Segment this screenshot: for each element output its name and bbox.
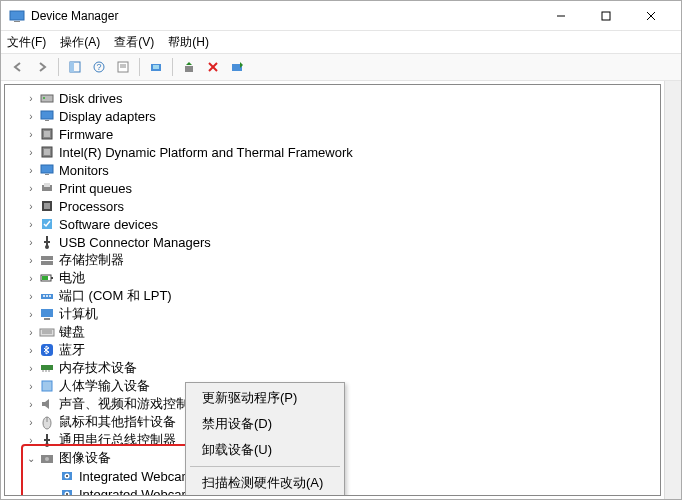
tree-item-label: 通用串行总线控制器 bbox=[59, 431, 176, 449]
expand-icon[interactable]: › bbox=[25, 290, 37, 302]
scan-button[interactable] bbox=[145, 56, 167, 78]
titlebar: Device Manager bbox=[1, 1, 681, 31]
expand-icon[interactable]: › bbox=[25, 380, 37, 392]
webcam-icon bbox=[59, 486, 75, 496]
close-button[interactable] bbox=[628, 2, 673, 30]
expand-icon[interactable]: › bbox=[25, 308, 37, 320]
tree-item[interactable]: ›Firmware bbox=[5, 125, 660, 143]
show-hide-button[interactable] bbox=[64, 56, 86, 78]
app-icon bbox=[9, 8, 25, 24]
tree-item[interactable]: ›电池 bbox=[5, 269, 660, 287]
svg-rect-30 bbox=[44, 183, 50, 187]
svg-point-42 bbox=[46, 295, 48, 297]
window-title: Device Manager bbox=[31, 9, 538, 23]
context-menu-item[interactable]: 卸载设备(U) bbox=[188, 437, 342, 463]
expand-icon[interactable]: › bbox=[25, 344, 37, 356]
expand-icon[interactable]: › bbox=[25, 254, 37, 266]
tree-item[interactable]: ›Print queues bbox=[5, 179, 660, 197]
expand-icon[interactable]: › bbox=[25, 398, 37, 410]
tree-item[interactable]: ›Monitors bbox=[5, 161, 660, 179]
maximize-button[interactable] bbox=[583, 2, 628, 30]
expand-icon[interactable]: › bbox=[25, 92, 37, 104]
collapse-icon[interactable]: ⌄ bbox=[25, 452, 37, 464]
menu-help[interactable]: 帮助(H) bbox=[168, 34, 209, 51]
expand-icon[interactable]: › bbox=[25, 416, 37, 428]
tree-item[interactable]: ›蓝牙 bbox=[5, 341, 660, 359]
update-driver-button[interactable] bbox=[178, 56, 200, 78]
tree-item[interactable]: ›Disk drives bbox=[5, 89, 660, 107]
expand-icon[interactable]: › bbox=[25, 326, 37, 338]
properties-button[interactable] bbox=[112, 56, 134, 78]
computer-icon bbox=[39, 306, 55, 322]
hid-icon bbox=[39, 378, 55, 394]
tree-item-label: 蓝牙 bbox=[59, 341, 85, 359]
tree-item-label: Monitors bbox=[59, 163, 109, 178]
tree-item[interactable]: ›Display adapters bbox=[5, 107, 660, 125]
help-button[interactable]: ? bbox=[88, 56, 110, 78]
tree-item-label: 声音、视频和游戏控制器 bbox=[59, 395, 202, 413]
port-icon bbox=[39, 288, 55, 304]
menu-view[interactable]: 查看(V) bbox=[114, 34, 154, 51]
svg-rect-7 bbox=[70, 62, 74, 72]
toolbar: ? bbox=[1, 53, 681, 81]
expand-icon[interactable]: › bbox=[25, 110, 37, 122]
menubar: 文件(F) 操作(A) 查看(V) 帮助(H) bbox=[1, 31, 681, 53]
forward-button[interactable] bbox=[31, 56, 53, 78]
expand-icon bbox=[45, 488, 57, 496]
expand-icon[interactable]: › bbox=[25, 128, 37, 140]
expand-icon[interactable]: › bbox=[25, 236, 37, 248]
svg-rect-26 bbox=[44, 149, 50, 155]
chip-icon bbox=[39, 126, 55, 142]
tree-item-label: Integrated Webcam bbox=[79, 487, 192, 497]
tree-item-label: Integrated Webcam bbox=[79, 469, 192, 484]
expand-icon[interactable]: › bbox=[25, 200, 37, 212]
svg-point-62 bbox=[66, 475, 68, 477]
expand-icon[interactable]: › bbox=[25, 434, 37, 446]
tree-item[interactable]: ›Intel(R) Dynamic Platform and Thermal F… bbox=[5, 143, 660, 161]
separator bbox=[172, 58, 173, 76]
expand-icon[interactable]: › bbox=[25, 362, 37, 374]
battery-icon bbox=[39, 270, 55, 286]
tree-item[interactable]: ›计算机 bbox=[5, 305, 660, 323]
back-button[interactable] bbox=[7, 56, 29, 78]
expand-icon[interactable]: › bbox=[25, 272, 37, 284]
tree-item-label: USB Connector Managers bbox=[59, 235, 211, 250]
expand-icon[interactable]: › bbox=[25, 146, 37, 158]
disk-icon bbox=[39, 90, 55, 106]
uninstall-button[interactable] bbox=[202, 56, 224, 78]
tree-item-label: Software devices bbox=[59, 217, 158, 232]
svg-rect-32 bbox=[44, 203, 50, 209]
expand-icon[interactable]: › bbox=[25, 164, 37, 176]
sound-icon bbox=[39, 396, 55, 412]
chip-icon bbox=[39, 144, 55, 160]
expand-icon[interactable]: › bbox=[25, 218, 37, 230]
svg-rect-38 bbox=[51, 277, 53, 279]
svg-rect-54 bbox=[42, 381, 52, 391]
tree-item[interactable]: ›键盘 bbox=[5, 323, 660, 341]
vertical-scrollbar[interactable] bbox=[664, 81, 681, 499]
separator bbox=[190, 466, 340, 467]
context-menu-item[interactable]: 禁用设备(D) bbox=[188, 411, 342, 437]
tree-item[interactable]: ›Software devices bbox=[5, 215, 660, 233]
tree-item[interactable]: ›USB Connector Managers bbox=[5, 233, 660, 251]
tree-item[interactable]: ›内存技术设备 bbox=[5, 359, 660, 377]
tree-item[interactable]: ›存储控制器 bbox=[5, 251, 660, 269]
tree-item[interactable]: ›端口 (COM 和 LPT) bbox=[5, 287, 660, 305]
keyboard-icon bbox=[39, 324, 55, 340]
expand-icon[interactable]: › bbox=[25, 182, 37, 194]
device-tree[interactable]: ›Disk drives›Display adapters›Firmware›I… bbox=[4, 84, 661, 496]
tree-item-label: 计算机 bbox=[59, 305, 98, 323]
menu-file[interactable]: 文件(F) bbox=[7, 34, 46, 51]
device-manager-window: Device Manager 文件(F) 操作(A) 查看(V) 帮助(H) ?… bbox=[0, 0, 682, 500]
usb-icon bbox=[39, 432, 55, 448]
context-menu-item[interactable]: 扫描检测硬件改动(A) bbox=[188, 470, 342, 496]
tree-item-label: 电池 bbox=[59, 269, 85, 287]
context-menu-item[interactable]: 更新驱动程序(P) bbox=[188, 385, 342, 411]
tree-item-label: Print queues bbox=[59, 181, 132, 196]
menu-action[interactable]: 操作(A) bbox=[60, 34, 100, 51]
disable-button[interactable] bbox=[226, 56, 248, 78]
minimize-button[interactable] bbox=[538, 2, 583, 30]
tree-item[interactable]: ›Processors bbox=[5, 197, 660, 215]
storage-icon bbox=[39, 252, 55, 268]
tree-item-label: 鼠标和其他指针设备 bbox=[59, 413, 176, 431]
